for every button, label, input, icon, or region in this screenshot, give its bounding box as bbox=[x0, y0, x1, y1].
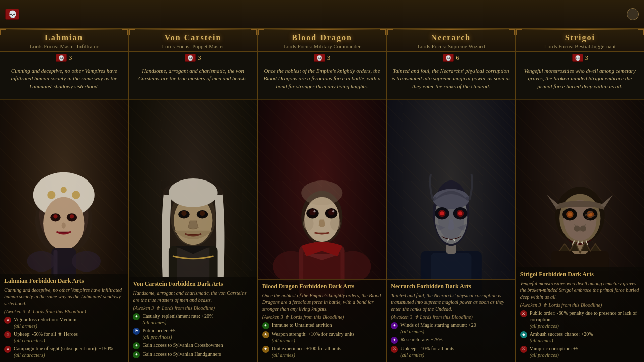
bonus-icon-blooddragon-0: ✦ bbox=[262, 322, 269, 329]
bonus-icon-lahmian-1: ⚔ bbox=[4, 331, 11, 338]
help-button[interactable] bbox=[627, 8, 639, 20]
awoken-text-blooddragon: (Awoken 3 🗡 Lords from this Bloodline) bbox=[262, 314, 382, 320]
bonus-text-voncarstein-2: Gain access to Sylvanian Crossbowmen bbox=[142, 342, 223, 348]
svg-point-24 bbox=[200, 211, 205, 216]
bonus-item-lahmian-0: ⚔ Vigour loss reduction: Medium (all arm… bbox=[4, 316, 124, 329]
bonus-text-necrarch-0: Winds of Magic starting amount: +20 (all… bbox=[400, 322, 476, 335]
bonus-item-strigoi-2: ⚔ Vampiric corruption: +5 (all provinces… bbox=[520, 345, 640, 358]
bonus-text-lahmian-0: Vigour loss reduction: Medium (all armie… bbox=[14, 316, 76, 329]
col-name-voncarstein: Von Carstein bbox=[131, 33, 255, 42]
skull-icon-strigoi: 💀 bbox=[572, 54, 583, 62]
col-focus-strigoi: Lords Focus: Bestial Juggernaut bbox=[518, 43, 642, 49]
svg-point-66 bbox=[568, 212, 572, 216]
corner-tr bbox=[251, 29, 257, 35]
col-desc-strigoi: Vengeful monstrosities who dwell among c… bbox=[516, 64, 644, 100]
lords-row-voncarstein: 💀 3 bbox=[129, 52, 257, 64]
bonus-item-lahmian-2: ⚔ Campaign line of sight (subsequent tur… bbox=[4, 345, 124, 358]
svg-point-35 bbox=[303, 217, 313, 231]
bonus-icon-strigoi-1: ◆ bbox=[520, 331, 527, 338]
bonus-text-blooddragon-0: Immune to Untainted attrition bbox=[272, 322, 332, 328]
top-bar-left: 💀 bbox=[5, 9, 22, 20]
bonus-icon-blooddragon-1: ★ bbox=[262, 331, 269, 338]
svg-point-10 bbox=[62, 223, 66, 229]
svg-point-69 bbox=[580, 226, 586, 232]
col-header-blooddragon: Blood Dragon Lords Focus: Military Comma… bbox=[258, 29, 386, 52]
col-header-necrarch: Necrarch Lords Focus: Supreme Wizard bbox=[387, 29, 515, 52]
bonus-text-strigoi-0: Public order: -60% penalty due to presen… bbox=[530, 310, 640, 329]
bottom-panel-voncarstein: Von Carstein Forbidden Dark Arts Handsom… bbox=[129, 277, 257, 362]
bloodlines-container: Lahmian Lords Focus: Master Infiltrator … bbox=[0, 29, 644, 362]
bottom-title-voncarstein: Von Carstein Forbidden Dark Arts bbox=[133, 280, 253, 288]
col-header-strigoi: Strigoi Lords Focus: Bestial Juggernaut bbox=[516, 29, 644, 52]
svg-point-68 bbox=[574, 226, 580, 232]
bloodline-column-blooddragon: Blood Dragon Lords Focus: Military Comma… bbox=[258, 29, 387, 362]
bonus-text-necrarch-1: Research rate: +25% bbox=[400, 336, 442, 343]
lords-count-necrarch: 6 bbox=[456, 54, 459, 62]
svg-point-25 bbox=[169, 178, 218, 207]
bottom-desc-necrarch: Tainted and foul, the Necrarchs' physica… bbox=[391, 292, 511, 313]
bottom-panel-strigoi: Strigoi Forbidden Dark Arts Vengeful mon… bbox=[516, 267, 644, 363]
lords-row-lahmian: 💀 3 bbox=[0, 52, 128, 64]
corner-tl bbox=[0, 29, 6, 35]
svg-point-36 bbox=[330, 217, 340, 231]
lords-count-strigoi: 3 bbox=[585, 54, 589, 62]
corner-tr bbox=[638, 29, 644, 35]
col-name-lahmian: Lahmian bbox=[2, 33, 126, 42]
awoken-text-strigoi: (Awoken 3 🗡 Lords from this Bloodline) bbox=[520, 302, 640, 308]
svg-point-55 bbox=[440, 211, 444, 215]
bonus-item-blooddragon-2: ★ Unit experience: +100 for all units (a… bbox=[262, 345, 382, 358]
svg-point-56 bbox=[458, 211, 462, 215]
bottom-panel-blooddragon: Blood Dragon Forbidden Dark Arts Once th… bbox=[258, 279, 386, 363]
bonus-icon-voncarstein-0: ✦ bbox=[133, 313, 140, 320]
svg-point-13 bbox=[48, 191, 56, 199]
svg-point-14 bbox=[72, 191, 80, 199]
bonus-item-voncarstein-0: ✦ Casualty replenishment rate: +20% (all… bbox=[133, 313, 253, 326]
bottom-desc-strigoi: Vengeful monstrosities who dwell among c… bbox=[520, 280, 640, 301]
bonus-text-voncarstein-1: Public order: +5 (all provinces) bbox=[142, 327, 175, 340]
svg-point-43 bbox=[301, 180, 342, 205]
bonus-icon-voncarstein-3: ✦ bbox=[133, 351, 140, 358]
col-name-strigoi: Strigoi bbox=[518, 33, 642, 42]
bonus-text-strigoi-2: Vampiric corruption: +5 (all provinces) bbox=[530, 345, 579, 358]
bonus-text-necrarch-2: Upkeep: -10% for all units (all armies) bbox=[400, 345, 454, 358]
svg-point-42 bbox=[332, 210, 334, 212]
bonus-item-strigoi-1: ◆ Ambush success chance: +20% (all armie… bbox=[520, 331, 640, 344]
col-focus-necrarch: Lords Focus: Supreme Wizard bbox=[389, 43, 513, 49]
lords-count-blooddragon: 3 bbox=[327, 54, 331, 62]
bonus-item-necrarch-0: ✦ Winds of Magic starting amount: +20 (a… bbox=[391, 322, 511, 335]
bonus-text-blooddragon-2: Unit experience: +100 for all units (all… bbox=[272, 345, 341, 358]
bloodline-column-strigoi: Strigoi Lords Focus: Bestial Juggernaut … bbox=[516, 29, 644, 362]
bonus-item-voncarstein-2: ✦ Gain access to Sylvanian Crossbowmen bbox=[133, 342, 253, 349]
bottom-title-strigoi: Strigoi Forbidden Dark Arts bbox=[520, 270, 640, 278]
col-header-voncarstein: Von Carstein Lords Focus: Puppet Master bbox=[129, 29, 257, 52]
bonus-item-blooddragon-1: ★ Weapon strength: +10% for cavalry unit… bbox=[262, 331, 382, 344]
bloodline-column-lahmian: Lahmian Lords Focus: Master Infiltrator … bbox=[0, 29, 129, 362]
awoken-text-necrarch: (Awoken 3 🗡 Lords from this Bloodline) bbox=[391, 314, 511, 320]
col-desc-voncarstein: Handsome, arrogant and charismatic, the … bbox=[129, 64, 257, 100]
lords-count-voncarstein: 3 bbox=[198, 54, 201, 62]
bottom-title-blooddragon: Blood Dragon Forbidden Dark Arts bbox=[262, 283, 382, 290]
bottom-desc-voncarstein: Handsome, arrogant and charismatic, the … bbox=[133, 290, 253, 303]
skull-icon-voncarstein: 💀 bbox=[185, 54, 196, 62]
bonus-icon-lahmian-0: ⚔ bbox=[4, 317, 11, 324]
svg-point-40 bbox=[328, 209, 334, 215]
bonus-text-lahmian-2: Campaign line of sight (subsequent turn)… bbox=[14, 345, 113, 358]
svg-point-23 bbox=[181, 211, 186, 216]
skull-counter-icon: 💀 bbox=[5, 9, 19, 20]
bonus-icon-blooddragon-2: ★ bbox=[262, 346, 269, 353]
corner-tl bbox=[387, 29, 393, 35]
lords-count-lahmian: 3 bbox=[69, 54, 72, 62]
awoken-text-lahmian: (Awoken 3 🗡 Lords from this Bloodline) bbox=[4, 309, 124, 314]
skull-icon-blooddragon: 💀 bbox=[314, 54, 325, 62]
bonus-text-strigoi-1: Ambush success chance: +20% (all armies) bbox=[530, 331, 593, 344]
col-focus-voncarstein: Lords Focus: Puppet Master bbox=[131, 43, 255, 49]
corner-tr bbox=[509, 29, 515, 35]
bonus-item-blooddragon-0: ✦ Immune to Untainted attrition bbox=[262, 322, 382, 329]
lords-row-necrarch: 💀 6 bbox=[387, 52, 515, 64]
col-desc-blooddragon: Once the noblest of the Empire's knightl… bbox=[258, 64, 386, 100]
bonus-item-necrarch-1: ✦ Research rate: +25% bbox=[391, 336, 511, 344]
bonus-text-voncarstein-3: Gain access to Sylvanian Handgunners bbox=[142, 351, 221, 357]
svg-point-39 bbox=[310, 209, 316, 215]
bottom-desc-lahmian: Cunning and deceptive, no other Vampires… bbox=[4, 287, 124, 307]
bonus-text-blooddragon-1: Weapon strength: +10% for cavalry units … bbox=[272, 331, 355, 344]
